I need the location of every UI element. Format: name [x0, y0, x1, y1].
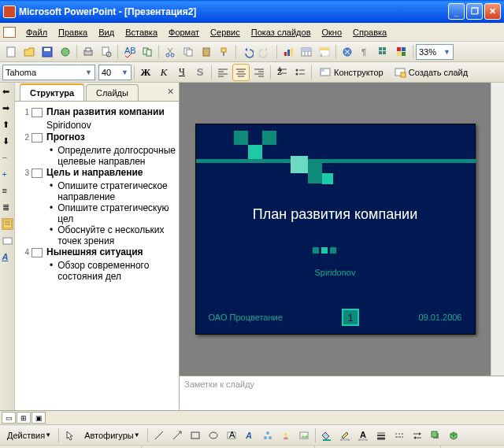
font-combo[interactable]: Tahoma▼ — [2, 65, 95, 80]
move-up-button[interactable]: ⬆ — [2, 119, 13, 131]
slide-title[interactable]: План развития компании — [196, 206, 475, 223]
expand-all-button[interactable]: ≣ — [2, 202, 13, 213]
close-pane-button[interactable]: ✕ — [167, 87, 174, 97]
menu-view[interactable]: Вид — [93, 25, 120, 39]
undo-button[interactable] — [239, 43, 256, 61]
diagram-button[interactable] — [259, 427, 276, 444]
picture-button[interactable] — [295, 427, 313, 444]
toolbar-a-button[interactable]: A — [2, 251, 13, 263]
close-button[interactable]: ✕ — [484, 3, 501, 20]
open-button[interactable] — [20, 43, 38, 61]
minimize-button[interactable]: _ — [448, 3, 465, 20]
research-button[interactable] — [139, 43, 156, 61]
cut-button[interactable] — [161, 43, 179, 61]
shadow-button[interactable]: S — [191, 64, 209, 81]
font-color-button[interactable]: A — [354, 427, 372, 444]
menu-window[interactable]: Окно — [317, 25, 348, 39]
normal-view-button[interactable]: ▭ — [2, 412, 16, 424]
actions-menu[interactable]: Действия ▼ — [2, 427, 56, 444]
save-button[interactable] — [39, 43, 56, 61]
outline-item[interactable]: 1План развития компании — [18, 106, 176, 118]
menu-service[interactable]: Сервис — [205, 25, 246, 39]
print-button[interactable] — [80, 43, 97, 61]
3d-style-button[interactable] — [445, 427, 462, 444]
new-button[interactable] — [2, 43, 20, 61]
outline-bullet[interactable]: Определите долгосрочные целевые направле… — [50, 145, 176, 167]
arrow-button[interactable] — [169, 427, 186, 444]
slideshow-view-button[interactable]: ▣ — [32, 412, 46, 424]
permission-button[interactable] — [57, 43, 74, 61]
promote-button[interactable]: ⬅ — [2, 86, 13, 98]
collapse-all-button[interactable]: ≡ — [2, 185, 13, 197]
align-left-button[interactable] — [214, 64, 232, 81]
expand-button[interactable]: ¶ — [357, 43, 374, 61]
autoshapes-menu[interactable]: Автофигуры ▼ — [80, 427, 145, 444]
line-button[interactable] — [150, 427, 168, 444]
slide-canvas[interactable]: План развития компании Spiridonov ОАО Пр… — [180, 83, 491, 376]
preview-button[interactable] — [98, 43, 115, 61]
tab-slides[interactable]: Слайды — [86, 84, 139, 101]
menu-insert[interactable]: Вставка — [120, 25, 163, 39]
color-button[interactable] — [393, 43, 410, 61]
rectangle-button[interactable] — [187, 427, 204, 444]
menu-edit[interactable]: Правка — [53, 25, 93, 39]
line-style-button[interactable] — [372, 427, 390, 444]
summary-button[interactable] — [2, 218, 13, 230]
clipart-button[interactable] — [277, 427, 295, 444]
dash-style-button[interactable] — [391, 427, 408, 444]
notes-pane[interactable]: Заметки к слайду — [180, 376, 504, 410]
align-right-button[interactable] — [250, 64, 268, 81]
zoom-combo[interactable]: 33%▼ — [416, 44, 454, 60]
numbering-button[interactable]: 12 — [273, 64, 291, 81]
wordart-button[interactable]: A — [241, 427, 258, 444]
menu-file[interactable]: Файл — [20, 25, 53, 39]
demote-button[interactable]: ➡ — [2, 102, 13, 114]
font-size-combo[interactable]: 40▼ — [98, 65, 132, 80]
bold-button[interactable]: Ж — [137, 64, 154, 81]
grid-button[interactable] — [375, 43, 392, 61]
hyperlink-button[interactable] — [339, 43, 356, 61]
italic-button[interactable]: К — [155, 64, 172, 81]
new-slide-button[interactable]: Создать слайд — [389, 64, 472, 81]
move-down-button[interactable]: ⬇ — [2, 135, 13, 147]
underline-button[interactable]: Ч — [173, 64, 191, 81]
collapse-button[interactable]: − — [2, 152, 13, 164]
outline-bullet[interactable]: Обзор современного состояния дел — [50, 260, 176, 282]
textbox-button[interactable]: A — [223, 427, 240, 444]
outline-item[interactable]: 2Прогноз — [18, 131, 176, 143]
slide-subtitle[interactable]: Spiridonov — [196, 268, 475, 277]
line-color-button[interactable] — [336, 427, 354, 444]
sorter-view-button[interactable]: ⊞ — [17, 412, 31, 424]
select-button[interactable] — [61, 427, 79, 444]
chart-button[interactable] — [280, 43, 297, 61]
mdi-icon[interactable] — [3, 27, 16, 38]
outline-subtitle[interactable]: Spiridonov — [46, 120, 176, 131]
copy-button[interactable] — [180, 43, 197, 61]
menu-slideshow[interactable]: Показ слайдов — [246, 25, 317, 39]
table-button[interactable] — [298, 43, 315, 61]
outline-item[interactable]: 4Нынешняя ситуация — [18, 246, 176, 258]
shadow-style-button[interactable] — [427, 427, 444, 444]
outline-item[interactable]: 3Цель и направление — [18, 167, 176, 179]
vertical-scrollbar[interactable] — [491, 83, 504, 376]
paste-button[interactable] — [198, 43, 215, 61]
outline-bullet[interactable]: Опишите стратегическое направление — [50, 180, 176, 202]
menu-help[interactable]: Справка — [347, 25, 392, 39]
align-center-button[interactable] — [232, 64, 250, 81]
format-painter-button[interactable] — [216, 43, 233, 61]
maximize-button[interactable]: ❐ — [466, 3, 483, 20]
slide[interactable]: План развития компании Spiridonov ОАО Пр… — [195, 124, 476, 335]
tables-borders-button[interactable] — [316, 43, 333, 61]
expand-button[interactable]: + — [2, 168, 13, 180]
redo-button[interactable] — [257, 43, 274, 61]
menu-format[interactable]: Формат — [163, 25, 205, 39]
bullets-button[interactable] — [291, 64, 309, 81]
show-formatting-button[interactable] — [2, 235, 13, 246]
outline-bullet[interactable]: Обоснуйте с нескольких точек зрения — [50, 224, 176, 246]
outline-bullet[interactable]: Опишите стратегическую цел — [50, 202, 176, 224]
spelling-button[interactable]: ABC — [120, 43, 138, 61]
fill-color-button[interactable] — [318, 427, 335, 444]
arrow-style-button[interactable] — [409, 427, 426, 444]
tab-structure[interactable]: Структура — [20, 83, 84, 101]
designer-button[interactable]: Конструктор — [314, 64, 388, 81]
